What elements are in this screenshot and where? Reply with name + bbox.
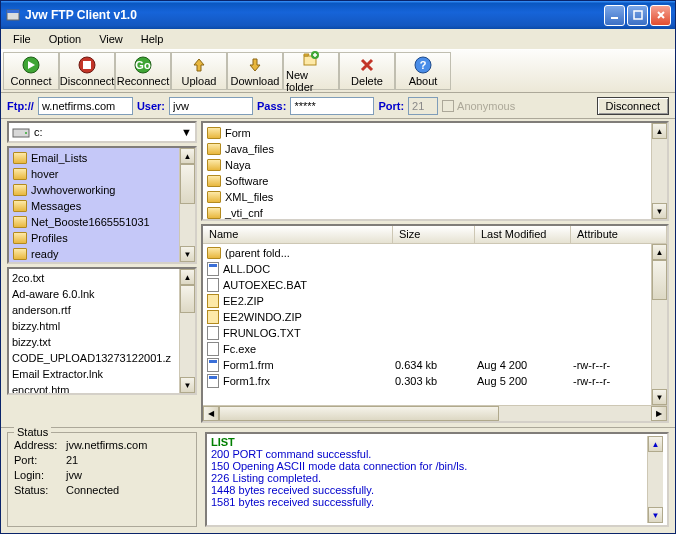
file-item[interactable]: 2co.txt (10, 270, 178, 286)
file-item[interactable]: Email Extractor.lnk (10, 366, 178, 382)
folder-label: Email_Lists (31, 152, 87, 164)
disconnect-action-button[interactable]: Disconnect (597, 97, 669, 115)
file-size: 0.634 kb (395, 359, 477, 371)
status-value: Connected (66, 484, 190, 496)
status-area: Status Address:jvw.netfirms.com Port:21 … (1, 427, 675, 533)
upload-label: Upload (182, 75, 217, 87)
file-row[interactable]: Fc.exe (205, 341, 649, 357)
scrollbar-vertical[interactable]: ▲▼ (651, 244, 667, 405)
file-row[interactable]: EE2WINDO.ZIP (205, 309, 649, 325)
folder-item[interactable]: Messages (11, 198, 177, 214)
remote-folder-tree[interactable]: FormJava_filesNayaSoftwareXML_files_vti_… (201, 121, 669, 221)
download-button[interactable]: Download (227, 52, 283, 90)
folder-item[interactable]: XML_files (205, 189, 649, 205)
local-folder-tree[interactable]: Email_ListshoverJvwhoverworkingMessagesN… (7, 146, 197, 264)
anonymous-checkbox[interactable]: Anonymous (442, 100, 515, 112)
close-button[interactable] (650, 5, 671, 26)
folder-item[interactable]: Naya (205, 157, 649, 173)
folder-item[interactable]: ready (11, 246, 177, 262)
svg-point-14 (25, 132, 27, 134)
doc-icon (207, 262, 219, 276)
file-row[interactable]: Form1.frx0.303 kbAug 5 200-rw-r--r- (205, 373, 649, 389)
folder-label: Form (225, 127, 251, 139)
file-icon (207, 278, 219, 292)
svg-rect-6 (83, 61, 91, 69)
file-item[interactable]: Ad-aware 6.0.lnk (10, 286, 178, 302)
reconnect-button[interactable]: GoReconnect (115, 52, 171, 90)
remote-file-list[interactable]: Name Size Last Modified Attribute (paren… (201, 224, 669, 423)
newfolder-button[interactable]: New folder (283, 52, 339, 90)
file-item[interactable]: CODE_UPLOAD13273122001.z (10, 350, 178, 366)
file-name: ALL.DOC (223, 263, 270, 275)
port-input[interactable] (408, 97, 438, 115)
scrollbar-horizontal[interactable]: ◀▶ (203, 405, 667, 421)
folder-item[interactable]: Net_Booste1665551031 (11, 214, 177, 230)
menu-help[interactable]: Help (133, 31, 172, 47)
svg-text:Go: Go (135, 59, 151, 71)
file-icon (207, 342, 219, 356)
delete-button[interactable]: Delete (339, 52, 395, 90)
upload-button[interactable]: Upload (171, 52, 227, 90)
disconnect-button[interactable]: Disconnect (59, 52, 115, 90)
menu-option[interactable]: Option (41, 31, 89, 47)
menu-file[interactable]: File (5, 31, 39, 47)
menu-bar: File Option View Help (1, 29, 675, 49)
folder-item[interactable]: hover (11, 166, 177, 182)
folder-item[interactable]: Jvwhoverworking (11, 182, 177, 198)
folder-icon (207, 159, 221, 171)
about-button[interactable]: ?About (395, 52, 451, 90)
local-column: c: ▼ Email_ListshoverJvwhoverworkingMess… (7, 121, 197, 423)
folder-item[interactable]: Email_Lists (11, 150, 177, 166)
minimize-button[interactable] (604, 5, 625, 26)
file-row[interactable]: (parent fold... (205, 245, 649, 261)
file-item[interactable]: anderson.rtf (10, 302, 178, 318)
file-item[interactable]: bizzy.html (10, 318, 178, 334)
maximize-button[interactable] (627, 5, 648, 26)
doc-icon (207, 374, 219, 388)
col-name[interactable]: Name (203, 226, 393, 243)
file-item[interactable]: bizzy.txt (10, 334, 178, 350)
col-size[interactable]: Size (393, 226, 475, 243)
menu-view[interactable]: View (91, 31, 131, 47)
host-input[interactable] (38, 97, 133, 115)
user-input[interactable] (169, 97, 253, 115)
folder-icon (13, 248, 27, 260)
file-row[interactable]: EE2.ZIP (205, 293, 649, 309)
about-icon: ? (413, 55, 433, 74)
about-label: About (409, 75, 438, 87)
folder-item[interactable]: Software (205, 173, 649, 189)
file-row[interactable]: Form1.frm0.634 kbAug 4 200-rw-r--r- (205, 357, 649, 373)
main-window: Jvw FTP Client v1.0 File Option View Hel… (0, 0, 676, 534)
file-row[interactable]: ALL.DOC (205, 261, 649, 277)
drive-icon (12, 125, 30, 139)
folder-item[interactable]: Profiles (11, 230, 177, 246)
folder-label: Net_Booste1665551031 (31, 216, 150, 228)
pass-input[interactable] (290, 97, 374, 115)
folder-label: Software (225, 175, 268, 187)
file-row[interactable]: AUTOEXEC.BAT (205, 277, 649, 293)
scrollbar-vertical[interactable]: ▲▼ (651, 123, 667, 219)
local-file-list[interactable]: 2co.txtAd-aware 6.0.lnkanderson.rtfbizzy… (7, 267, 197, 395)
folder-item[interactable]: _vti_cnf (205, 205, 649, 219)
col-attr[interactable]: Attribute (571, 226, 667, 243)
log-panel[interactable]: LIST 200 PORT command successful. 150 Op… (205, 432, 669, 527)
file-name: Form1.frm (223, 359, 274, 371)
folder-item[interactable]: Form (205, 125, 649, 141)
port-label: Port: (14, 454, 66, 466)
scrollbar-vertical[interactable]: ▲▼ (179, 269, 195, 393)
file-name: (parent fold... (225, 247, 290, 259)
newfolder-label: New folder (286, 69, 336, 93)
connect-button[interactable]: Connect (3, 52, 59, 90)
file-name: EE2WINDO.ZIP (223, 311, 302, 323)
titlebar[interactable]: Jvw FTP Client v1.0 (1, 1, 675, 29)
drive-selector[interactable]: c: ▼ (7, 121, 197, 143)
folder-item[interactable]: Java_files (205, 141, 649, 157)
scrollbar-vertical[interactable]: ▲▼ (179, 148, 195, 262)
file-row[interactable]: FRUNLOG.TXT (205, 325, 649, 341)
col-modified[interactable]: Last Modified (475, 226, 571, 243)
scrollbar-vertical[interactable]: ▲▼ (647, 436, 663, 523)
file-item[interactable]: encrypt.htm (10, 382, 178, 393)
file-label: 2co.txt (12, 272, 44, 284)
svg-rect-2 (611, 17, 618, 19)
log-line: 1581 bytes received successfully. (211, 496, 647, 508)
